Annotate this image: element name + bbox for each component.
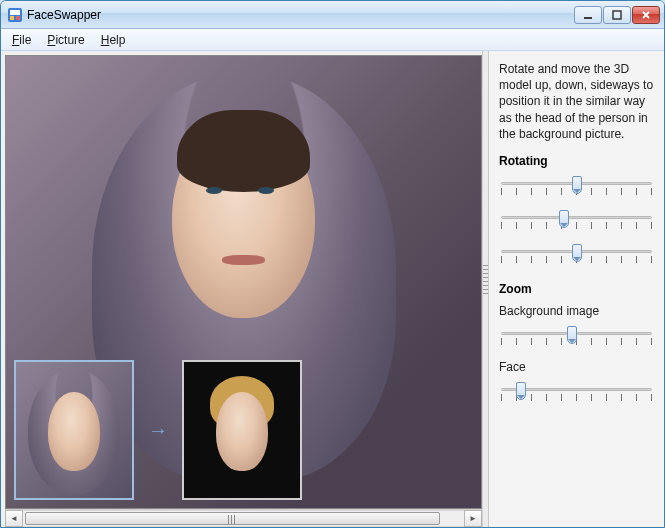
slider-thumb[interactable] [572, 176, 582, 194]
zoom-bg-slider[interactable] [499, 326, 654, 352]
window-title: FaceSwapper [27, 8, 574, 22]
splitter[interactable] [482, 51, 488, 527]
menu-picture[interactable]: Picture [40, 31, 91, 49]
svg-rect-5 [613, 11, 621, 19]
close-icon [641, 10, 651, 20]
chevron-right-icon: ► [469, 514, 477, 523]
splitter-grip-icon [483, 265, 488, 295]
slider-thumb[interactable] [567, 326, 577, 344]
menu-file[interactable]: File [5, 31, 38, 49]
thumbnail-background[interactable] [14, 360, 134, 500]
zoom-face-label: Face [499, 360, 654, 374]
svg-rect-4 [584, 17, 592, 19]
arrow-icon: → [148, 419, 168, 442]
titlebar[interactable]: FaceSwapper [1, 1, 664, 29]
menu-help[interactable]: Help [94, 31, 133, 49]
window-controls [574, 6, 660, 24]
horizontal-scrollbar[interactable]: ◄ ► [5, 509, 482, 527]
rotate-slider-1[interactable] [499, 176, 654, 202]
zoom-face-slider[interactable] [499, 382, 654, 408]
close-button[interactable] [632, 6, 660, 24]
canvas[interactable]: → [5, 55, 482, 509]
slider-ticks [501, 222, 652, 230]
canvas-wrap: → ◄ ► [1, 51, 482, 527]
scroll-thumb[interactable] [25, 512, 440, 525]
chevron-left-icon: ◄ [10, 514, 18, 523]
side-panel: Rotate and move the 3D model up, down, s… [488, 51, 664, 527]
svg-rect-1 [10, 10, 20, 15]
maximize-icon [612, 10, 622, 20]
svg-rect-3 [16, 16, 20, 20]
scroll-right-button[interactable]: ► [464, 510, 482, 527]
slider-thumb[interactable] [559, 210, 569, 228]
zoom-group-title: Zoom [499, 282, 654, 296]
slider-thumb[interactable] [572, 244, 582, 262]
rotate-slider-3[interactable] [499, 244, 654, 270]
hair-region [177, 110, 310, 191]
menubar: File Picture Help [1, 29, 664, 51]
slider-thumb[interactable] [516, 382, 526, 400]
rotating-group-title: Rotating [499, 154, 654, 168]
zoom-bg-label: Background image [499, 304, 654, 318]
thumbnail-strip: → [14, 360, 302, 500]
rotate-slider-2[interactable] [499, 210, 654, 236]
maximize-button[interactable] [603, 6, 631, 24]
lips [222, 255, 265, 265]
client-area: → ◄ ► Rotate and move the 3D [1, 51, 664, 527]
app-window: FaceSwapper File Picture Help [0, 0, 665, 528]
thumbnail-face[interactable] [182, 360, 302, 500]
svg-rect-2 [10, 16, 14, 20]
instruction-text: Rotate and move the 3D model up, down, s… [499, 61, 654, 142]
minimize-button[interactable] [574, 6, 602, 24]
scroll-track[interactable] [23, 510, 464, 527]
minimize-icon [583, 10, 593, 20]
scroll-left-button[interactable]: ◄ [5, 510, 23, 527]
app-icon [7, 7, 23, 23]
